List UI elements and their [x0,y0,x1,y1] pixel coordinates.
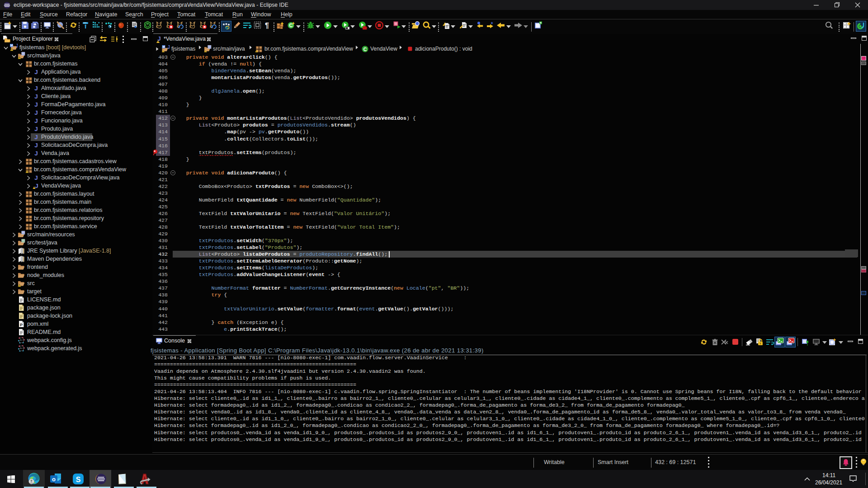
svg-text:J: J [35,183,38,189]
svg-text:J: J [34,117,38,124]
svg-text:J: J [16,44,18,48]
svg-text:J: J [34,109,38,116]
svg-text:M: M [162,45,165,48]
svg-text:o: o [52,476,56,483]
svg-text:J: J [34,93,38,100]
svg-text:J: J [34,142,38,149]
svg-text:J: J [34,150,38,157]
svg-text:J: J [34,134,38,141]
svg-text:S: S [76,476,81,483]
svg-text:J: J [34,174,38,181]
svg-text:M: M [10,44,13,47]
svg-text:J: J [34,101,38,108]
svg-text:P: P [20,323,23,327]
svg-text:J: J [34,69,38,75]
svg-text:J: J [34,126,38,132]
svg-text:J: J [34,85,38,92]
svg-text:J: J [168,45,170,50]
svg-text:C: C [363,47,367,52]
